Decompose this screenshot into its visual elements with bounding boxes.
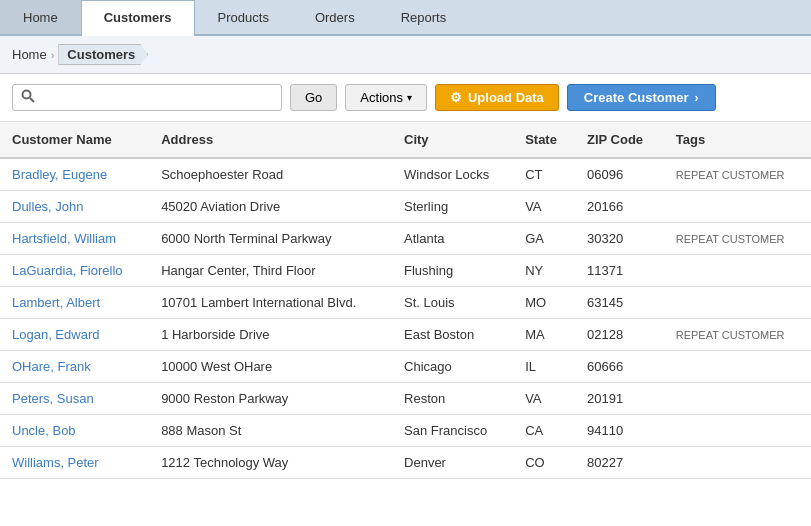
search-input[interactable] [41,90,273,105]
actions-button[interactable]: Actions ▾ [345,84,427,111]
city-cell: Windsor Locks [392,158,513,191]
state-cell: GA [513,223,575,255]
table-header: Customer Name Address City State ZIP Cod… [0,122,811,158]
tags-cell [664,191,811,223]
customer-name-link[interactable]: Dulles, John [12,199,84,214]
customer-name-cell: Lambert, Albert [0,287,149,319]
gear-icon: ⚙ [450,90,462,105]
create-customer-button[interactable]: Create Customer › [567,84,716,111]
customers-table-wrapper: Customer Name Address City State ZIP Cod… [0,122,811,479]
tags-cell: REPEAT CUSTOMER [664,158,811,191]
address-cell: 9000 Reston Parkway [149,383,392,415]
address-cell: Schoephoester Road [149,158,392,191]
customer-name-link[interactable]: Uncle, Bob [12,423,76,438]
repeat-customer-tag: REPEAT CUSTOMER [676,233,785,245]
breadcrumb: Home › Customers [0,36,811,74]
state-cell: MO [513,287,575,319]
customer-name-link[interactable]: OHare, Frank [12,359,91,374]
zip-cell: 94110 [575,415,664,447]
state-cell: CO [513,447,575,479]
chevron-down-icon: ▾ [407,92,412,103]
arrow-right-icon: › [695,91,699,105]
tab-bar: Home Customers Products Orders Reports [0,0,811,36]
customer-name-cell: Peters, Susan [0,383,149,415]
customer-name-cell: OHare, Frank [0,351,149,383]
customer-name-cell: Dulles, John [0,191,149,223]
col-city: City [392,122,513,158]
customer-name-link[interactable]: Williams, Peter [12,455,99,470]
table-row: LaGuardia, FiorelloHangar Center, Third … [0,255,811,287]
customer-name-link[interactable]: Bradley, Eugene [12,167,107,182]
customer-name-cell: Hartsfield, William [0,223,149,255]
tab-orders[interactable]: Orders [292,0,378,34]
tags-cell: REPEAT CUSTOMER [664,319,811,351]
city-cell: East Boston [392,319,513,351]
customer-name-cell: Uncle, Bob [0,415,149,447]
customer-name-link[interactable]: Peters, Susan [12,391,94,406]
table-row: OHare, Frank10000 West OHareChicagoIL606… [0,351,811,383]
city-cell: Atlanta [392,223,513,255]
table-row: Peters, Susan9000 Reston ParkwayRestonVA… [0,383,811,415]
col-state: State [513,122,575,158]
tags-cell [664,383,811,415]
tab-customers[interactable]: Customers [81,0,195,36]
tags-cell [664,255,811,287]
city-cell: Denver [392,447,513,479]
city-cell: Sterling [392,191,513,223]
table-body: Bradley, EugeneSchoephoester RoadWindsor… [0,158,811,479]
customer-name-link[interactable]: Hartsfield, William [12,231,116,246]
state-cell: MA [513,319,575,351]
zip-cell: 63145 [575,287,664,319]
address-cell: Hangar Center, Third Floor [149,255,392,287]
table-row: Logan, Edward1 Harborside DriveEast Bost… [0,319,811,351]
repeat-customer-tag: REPEAT CUSTOMER [676,169,785,181]
state-cell: VA [513,191,575,223]
state-cell: VA [513,383,575,415]
breadcrumb-separator: › [51,49,55,61]
city-cell: Reston [392,383,513,415]
zip-cell: 06096 [575,158,664,191]
zip-cell: 20191 [575,383,664,415]
customer-name-link[interactable]: LaGuardia, Fiorello [12,263,123,278]
customers-table: Customer Name Address City State ZIP Cod… [0,122,811,479]
svg-line-1 [30,98,34,102]
zip-cell: 30320 [575,223,664,255]
tags-cell [664,287,811,319]
search-icon [21,89,35,106]
upload-data-button[interactable]: ⚙ Upload Data [435,84,559,111]
customer-name-link[interactable]: Logan, Edward [12,327,99,342]
customer-name-cell: Williams, Peter [0,447,149,479]
city-cell: Flushing [392,255,513,287]
col-zip: ZIP Code [575,122,664,158]
city-cell: Chicago [392,351,513,383]
tags-cell [664,351,811,383]
city-cell: San Francisco [392,415,513,447]
zip-cell: 20166 [575,191,664,223]
col-customer-name: Customer Name [0,122,149,158]
zip-cell: 11371 [575,255,664,287]
go-button[interactable]: Go [290,84,337,111]
zip-cell: 60666 [575,351,664,383]
tab-products[interactable]: Products [195,0,292,34]
breadcrumb-home[interactable]: Home [12,47,47,62]
address-cell: 10701 Lambert International Blvd. [149,287,392,319]
customer-name-cell: Logan, Edward [0,319,149,351]
table-row: Uncle, Bob888 Mason StSan FranciscoCA941… [0,415,811,447]
table-row: Hartsfield, William6000 North Terminal P… [0,223,811,255]
customer-name-link[interactable]: Lambert, Albert [12,295,100,310]
customer-name-cell: Bradley, Eugene [0,158,149,191]
repeat-customer-tag: REPEAT CUSTOMER [676,329,785,341]
col-address: Address [149,122,392,158]
tab-home[interactable]: Home [0,0,81,34]
address-cell: 1 Harborside Drive [149,319,392,351]
city-cell: St. Louis [392,287,513,319]
tab-reports[interactable]: Reports [378,0,470,34]
customer-name-cell: LaGuardia, Fiorello [0,255,149,287]
search-wrapper[interactable] [12,84,282,111]
state-cell: NY [513,255,575,287]
state-cell: CA [513,415,575,447]
zip-cell: 80227 [575,447,664,479]
address-cell: 10000 West OHare [149,351,392,383]
address-cell: 6000 North Terminal Parkway [149,223,392,255]
table-row: Lambert, Albert10701 Lambert Internation… [0,287,811,319]
